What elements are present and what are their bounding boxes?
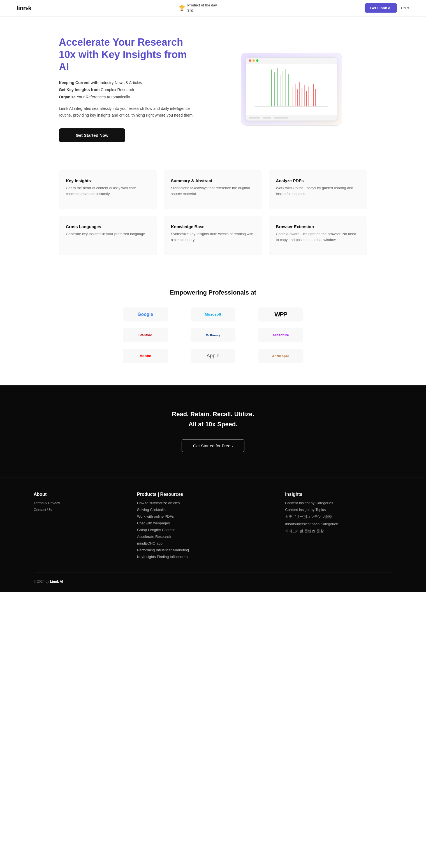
- feature-card-desc: Context-aware - It's right on the browse…: [276, 231, 360, 243]
- logos-section: Empowering Professionals at GoogleMicros…: [0, 278, 426, 385]
- screenshot-footer: [246, 115, 337, 121]
- subtitle-line1: Keeping Current with Industry News & Art…: [59, 79, 199, 87]
- logo-label: Adobe: [140, 354, 151, 358]
- subtitle-line2: Get Key Insights from Complex Research: [59, 86, 199, 94]
- footer-products-title: Products | Resources: [137, 492, 271, 497]
- subtitle-line3-bold: Organize: [59, 95, 76, 99]
- logo-item: WPP: [258, 307, 303, 321]
- logo-item: Stanford: [123, 328, 168, 342]
- footer-products-col: Products | Resources How to summarize ar…: [137, 492, 271, 561]
- logo-item: Anthropic: [258, 349, 303, 363]
- cta-tagline1: Read. Retain. Recall. Utilize.: [11, 411, 415, 418]
- footer-link[interactable]: Work with online PDFs: [137, 514, 271, 519]
- footer-about-col: About Terms & PrivacyContact Us: [34, 492, 123, 561]
- hero-text: Accelerate Your Research 10x with Key In…: [59, 36, 199, 142]
- feature-card: Cross Languages Generate key Insights in…: [59, 216, 157, 255]
- hero-section: Accelerate Your Research 10x with Key In…: [31, 17, 395, 164]
- footer-insights-col: Insights Content Insight by CategoriesCo…: [285, 492, 392, 561]
- cta-tagline2: All at 10x Speed.: [11, 421, 415, 428]
- feature-card-title: Cross Languages: [66, 224, 150, 229]
- feature-card-title: Analyze PDFs: [276, 178, 360, 183]
- footer-link[interactable]: Chat with webpages: [137, 521, 271, 525]
- logo-label: Anthropic: [272, 354, 289, 358]
- footer-copyright: © 2024 by: [34, 580, 50, 584]
- navbar: linn■k 🏆 Product of the day 3rd Get Linn…: [0, 0, 426, 17]
- badge-rank: 3rd: [187, 8, 217, 13]
- logo-item: Microsoft: [190, 307, 236, 321]
- badge-text: Product of the day 3rd: [187, 3, 217, 13]
- footer-products-links: How to summarize articlesSolving Clickba…: [137, 501, 271, 559]
- logo-item: Adobe: [123, 349, 168, 363]
- footer-grid: About Terms & PrivacyContact Us Products…: [34, 492, 392, 573]
- footer-link[interactable]: Accelerate Research: [137, 534, 271, 539]
- footer-link[interactable]: Content Insight by Topics: [285, 507, 392, 512]
- logo-item: Google: [123, 307, 168, 321]
- footer-link[interactable]: Solving Clickbaits: [137, 507, 271, 512]
- logo-item: Apple: [190, 349, 236, 363]
- footer-link[interactable]: KeyInsights Finding Influencers: [137, 555, 271, 559]
- nav-logo: linn■k: [17, 4, 31, 12]
- language-selector[interactable]: EN ▾: [401, 6, 409, 10]
- footer-about-links: Terms & PrivacyContact Us: [34, 501, 123, 512]
- feature-card-title: Key Insights: [66, 178, 150, 183]
- feature-card-title: Browser Extension: [276, 224, 360, 229]
- logo-label: Google: [138, 312, 153, 317]
- screenshot-content: [246, 64, 337, 115]
- feature-card: Knowledge Base Synthesize key Insights f…: [164, 216, 262, 255]
- feature-card: Key Insights Get to the heart of content…: [59, 170, 157, 209]
- subtitle-line3-rest: Your References Automatically: [76, 95, 130, 99]
- feature-card-title: Summary & Abstract: [171, 178, 255, 183]
- footer-link[interactable]: 카테고리별 콘텐츠 통찰: [285, 529, 392, 534]
- feature-card: Analyze PDFs Work with Online Essays by …: [269, 170, 367, 209]
- badge-label: Product of the day: [187, 3, 217, 8]
- footer-link[interactable]: Terms & Privacy: [34, 501, 123, 505]
- logo-label: Microsoft: [205, 312, 221, 316]
- footer-link[interactable]: Grasp Lengthy Content: [137, 528, 271, 532]
- features-section: Key Insights Get to the heart of content…: [31, 164, 395, 278]
- footer-link[interactable]: Content Insight by Categories: [285, 501, 392, 505]
- hero-image-container: [241, 53, 342, 126]
- footer-insights-title: Insights: [285, 492, 392, 497]
- logo-label: McKinsey: [206, 334, 220, 337]
- feature-card-desc: Standalone takeaways that reference the …: [171, 185, 255, 197]
- logo-item: Accenture: [258, 328, 303, 342]
- logo-label: Apple: [207, 353, 219, 359]
- nav-product-hunt-badge: 🏆 Product of the day 3rd: [179, 3, 217, 13]
- footer-link[interactable]: Performing Influencer Marketing: [137, 548, 271, 552]
- logos-grid: GoogleMicrosoftWPPStanfordMcKinseyAccent…: [115, 307, 311, 363]
- footer-link[interactable]: How to summarize articles: [137, 501, 271, 505]
- hero-app-screenshot: [246, 58, 337, 121]
- logo-label: Stanford: [139, 333, 152, 337]
- feature-card-title: Knowledge Base: [171, 224, 255, 229]
- subtitle-line2-rest: Complex Research: [99, 88, 134, 92]
- footer-link[interactable]: Inhaltsübersicht nach Kategorien: [285, 522, 392, 526]
- hero-title: Accelerate Your Research 10x with Key In…: [59, 36, 199, 73]
- feature-card-desc: Work with Online Essays by guided readin…: [276, 185, 360, 197]
- feature-card-desc: Get to the heart of content quickly with…: [66, 185, 150, 197]
- feature-card: Summary & Abstract Standalone takeaways …: [164, 170, 262, 209]
- feature-card-desc: Synthesize key Insights from weeks of re…: [171, 231, 255, 243]
- footer-about-title: About: [34, 492, 123, 497]
- hero-image: [216, 53, 367, 126]
- get-linnk-button[interactable]: Get Linnk AI: [365, 3, 397, 12]
- chart-svg: [249, 67, 334, 112]
- footer-bottom: © 2024 by Linnk AI: [34, 580, 392, 584]
- feature-card-desc: Generate key Insights in your preferred …: [66, 231, 150, 237]
- footer: About Terms & PrivacyContact Us Products…: [0, 477, 426, 592]
- screenshot-toolbar: [246, 58, 337, 64]
- footer-link[interactable]: Contact Us: [34, 507, 123, 512]
- chevron-down-icon: ▾: [407, 6, 409, 10]
- footer-brand: Linnk AI: [50, 580, 63, 584]
- badge-icon: 🏆: [179, 5, 185, 11]
- feature-card: Browser Extension Context-aware - It's r…: [269, 216, 367, 255]
- footer-link[interactable]: mindECHO.app: [137, 541, 271, 546]
- subtitle-line2-bold: Get Key Insights from: [59, 88, 99, 92]
- lang-label: EN: [401, 6, 406, 10]
- footer-link[interactable]: カテゴリー別コンテンツ洞察: [285, 514, 392, 519]
- logo-label: Accenture: [272, 333, 289, 337]
- subtitle-line1-bold: Keeping Current with: [59, 81, 99, 85]
- cta-dark-section: Read. Retain. Recall. Utilize. All at 10…: [0, 385, 426, 477]
- hero-cta-button[interactable]: Get Started Now: [59, 128, 125, 142]
- cta-free-button[interactable]: Get Started for Free ›: [182, 439, 245, 452]
- logo-item: McKinsey: [190, 328, 236, 342]
